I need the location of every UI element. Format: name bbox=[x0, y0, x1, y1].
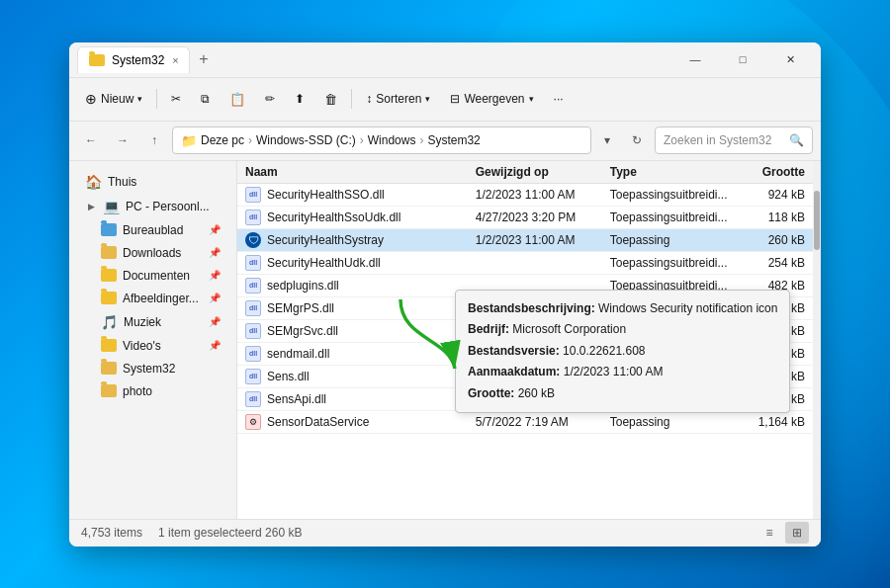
file-name-cell: ⚙ SensorDataService bbox=[245, 414, 460, 430]
sidebar-item-afbeeldingen[interactable]: Afbeeldinger... 📌 bbox=[73, 288, 232, 309]
sidebar-item-photo[interactable]: photo bbox=[73, 380, 232, 402]
table-row[interactable]: dll SecurityHealthSSO.dll 1/2/2023 11:00… bbox=[237, 183, 813, 206]
rename-button[interactable]: ✏ bbox=[257, 88, 283, 110]
pc-icon: 💻 bbox=[103, 199, 120, 214]
list-view-button[interactable]: ≡ bbox=[757, 522, 781, 544]
sidebar-label-downloads: Downloads bbox=[123, 246, 181, 260]
more-icon: ··· bbox=[554, 92, 564, 106]
sidebar-label-system32: System32 bbox=[123, 362, 175, 376]
file-modified: 1/2/2023 11:00 AM bbox=[468, 228, 602, 251]
toolbar-separator-2 bbox=[351, 89, 352, 109]
col-type[interactable]: Type bbox=[602, 161, 736, 184]
file-modified: 5/7/2022 7:19 AM bbox=[468, 410, 602, 433]
toolbar-separator-1 bbox=[156, 89, 157, 109]
address-path[interactable]: 📁 Deze pc › Windows-SSD (C:) › Windows ›… bbox=[172, 126, 591, 154]
forward-button[interactable]: → bbox=[109, 126, 136, 154]
file-name-cell: dll SecurityHealthSSO.dll bbox=[245, 187, 460, 203]
view-icon: ⊟ bbox=[450, 92, 460, 106]
sidebar-item-system32[interactable]: System32 bbox=[73, 358, 232, 379]
sidebar-item-videos[interactable]: Video's 📌 bbox=[73, 335, 232, 357]
sort-dropdown-icon: ▾ bbox=[425, 94, 430, 104]
path-segment-2[interactable]: Windows-SSD (C:) bbox=[256, 133, 356, 147]
col-modified[interactable]: Gewijzigd op bbox=[468, 161, 602, 184]
dll-icon: dll bbox=[245, 391, 261, 407]
scrollbar-track[interactable] bbox=[813, 161, 821, 519]
tooltip-date-value: 1/2/2023 11:00 AM bbox=[564, 365, 664, 378]
col-name[interactable]: Naam bbox=[237, 161, 468, 184]
tooltip-version-value: 10.0.22621.608 bbox=[563, 344, 645, 358]
refresh-button[interactable]: ↻ bbox=[623, 126, 651, 154]
sidebar-item-documenten[interactable]: Documenten 📌 bbox=[73, 265, 232, 287]
sidebar-label-bureaublad: Bureaublad bbox=[123, 223, 183, 237]
dll-icon: dll bbox=[245, 323, 261, 339]
more-button[interactable]: ··· bbox=[546, 88, 572, 110]
sidebar-label-documenten: Documenten bbox=[123, 269, 190, 283]
share-button[interactable]: ⬆ bbox=[287, 88, 312, 110]
col-size[interactable]: Grootte bbox=[735, 161, 813, 184]
back-button[interactable]: ← bbox=[77, 126, 105, 154]
sidebar-item-pc[interactable]: ▶ 💻 PC - Persoonl... bbox=[73, 195, 232, 218]
cut-icon: ✂ bbox=[171, 92, 181, 106]
file-size: 1,164 kB bbox=[735, 410, 813, 433]
toolbar: ⊕ Nieuw ▾ ✂ ⧉ 📋 ✏ ⬆ 🗑 ↕ Sorteren ▾ ⊟ bbox=[69, 78, 821, 122]
sort-button[interactable]: ↕ Sorteren ▾ bbox=[358, 88, 438, 110]
dll-icon: dll bbox=[245, 278, 261, 294]
new-icon: ⊕ bbox=[85, 91, 97, 107]
view-controls: ≡ ⊞ bbox=[757, 522, 809, 544]
sidebar-item-bureaublad[interactable]: Bureaublad 📌 bbox=[73, 219, 232, 241]
new-dropdown-icon: ▾ bbox=[137, 94, 142, 104]
path-segment-1[interactable]: Deze pc bbox=[201, 133, 244, 147]
add-tab-button[interactable]: + bbox=[192, 47, 216, 71]
tab-title: System32 bbox=[112, 53, 164, 67]
sidebar-label-videos: Video's bbox=[123, 339, 161, 353]
path-segment-4[interactable]: System32 bbox=[427, 133, 480, 147]
paste-button[interactable]: 📋 bbox=[222, 88, 253, 111]
folder-icon-afbeeldingen bbox=[101, 292, 117, 304]
up-button[interactable]: ↑ bbox=[140, 126, 168, 154]
title-folder-icon bbox=[88, 51, 106, 69]
tooltip-desc-value: Windows Security notification icon bbox=[598, 301, 777, 315]
path-segment-3[interactable]: Windows bbox=[368, 133, 416, 147]
file-name-cell: dll sedplugins.dll bbox=[245, 278, 460, 294]
table-row[interactable]: dll SecurityHealthUdk.dll Toepassingsuit… bbox=[237, 251, 813, 274]
file-name-cell: dll SensApi.dll bbox=[245, 391, 460, 407]
tooltip-version-label: Bestandsversie: bbox=[468, 344, 560, 358]
selected-info: 1 item geselecteerd 260 kB bbox=[158, 526, 302, 540]
delete-button[interactable]: 🗑 bbox=[316, 88, 345, 111]
paste-icon: 📋 bbox=[229, 92, 245, 107]
file-name-cell: dll SEMgrSvc.dll bbox=[245, 323, 460, 339]
close-button[interactable]: ✕ bbox=[767, 43, 813, 75]
file-size: 924 kB bbox=[735, 183, 813, 206]
sidebar-item-thuis[interactable]: 🏠 Thuis bbox=[73, 170, 232, 194]
pin-icon-afbeeldingen: 📌 bbox=[209, 293, 221, 303]
scrollbar-thumb[interactable] bbox=[814, 191, 820, 250]
sidebar-item-downloads[interactable]: Downloads 📌 bbox=[73, 242, 232, 264]
sidebar-item-muziek[interactable]: 🎵 Muziek 📌 bbox=[73, 310, 232, 334]
file-size: 260 kB bbox=[735, 228, 813, 251]
file-size: 254 kB bbox=[735, 251, 813, 274]
view-button[interactable]: ⊟ Weergeven ▾ bbox=[442, 88, 541, 110]
dll-icon: dll bbox=[245, 210, 261, 225]
pin-icon-bureaublad: 📌 bbox=[209, 224, 221, 235]
file-name: SEMgrPS.dll bbox=[267, 301, 334, 315]
title-tab[interactable]: System32 × bbox=[77, 46, 190, 73]
table-row[interactable]: 🛡 SecurityHealthSystray 1/2/2023 11:00 A… bbox=[237, 228, 813, 251]
file-type: Toepassingsuitbreidi... bbox=[602, 206, 736, 228]
minimize-button[interactable]: — bbox=[672, 43, 718, 75]
file-name-cell: 🛡 SecurityHealthSystray bbox=[245, 232, 460, 248]
tooltip-date-label: Aanmaakdatum: bbox=[468, 365, 560, 378]
tiles-view-button[interactable]: ⊞ bbox=[785, 522, 809, 544]
maximize-button[interactable]: □ bbox=[720, 43, 765, 75]
search-box[interactable]: Zoeken in System32 🔍 bbox=[655, 126, 813, 154]
tab-close-button[interactable]: × bbox=[172, 54, 178, 66]
table-row[interactable]: dll SecurityHealthSsoUdk.dll 4/27/2023 3… bbox=[237, 206, 813, 228]
expand-icon: ▶ bbox=[85, 201, 97, 212]
address-dropdown-button[interactable]: ▾ bbox=[595, 126, 619, 154]
new-label: Nieuw bbox=[101, 92, 134, 106]
cut-button[interactable]: ✂ bbox=[163, 88, 189, 110]
new-button[interactable]: ⊕ Nieuw ▾ bbox=[77, 87, 150, 111]
table-row[interactable]: ⚙ SensorDataService 5/7/2022 7:19 AM Toe… bbox=[237, 410, 813, 433]
file-name: SecurityHealthSsoUdk.dll bbox=[267, 210, 400, 224]
file-name: Sens.dll bbox=[267, 370, 310, 383]
copy-button[interactable]: ⧉ bbox=[193, 88, 218, 110]
